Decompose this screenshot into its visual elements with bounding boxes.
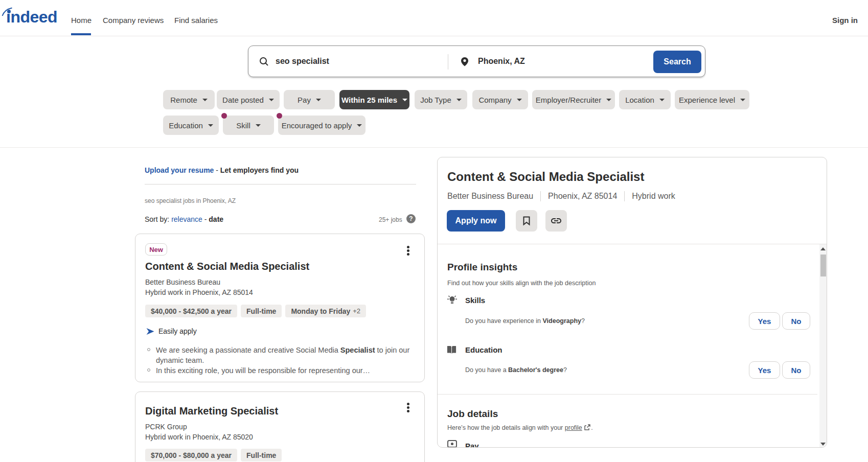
svg-text:ındeed: ındeed — [6, 8, 57, 26]
